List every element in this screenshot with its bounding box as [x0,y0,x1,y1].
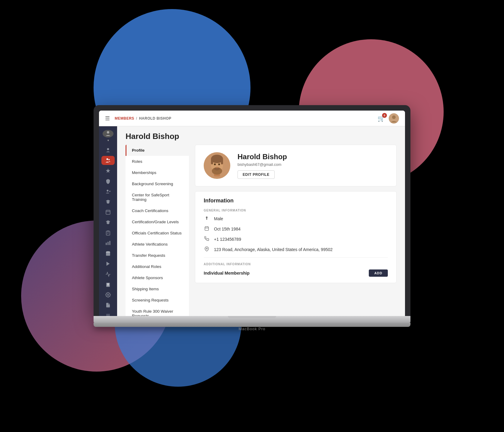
svg-rect-9 [106,210,110,214]
profile-name: Harold Bishop [238,153,388,161]
sidebar-item-hat[interactable] [101,218,115,227]
gender-icon [204,216,210,222]
app-body: ▾ [99,126,405,316]
sidebar-item-list[interactable] [101,311,115,316]
birthday-value: Oct 15th 1984 [214,227,241,231]
left-nav-item-memberships[interactable]: Memberships [126,167,189,178]
left-nav-item-sponsors[interactable]: Athlete Sponsors [126,272,189,283]
svg-point-38 [218,163,220,165]
breadcrumb-current: HAROLD BISHOP [139,116,171,121]
svg-point-23 [107,283,109,285]
svg-point-40 [206,217,207,218]
macbook-label: MacBook Pro [238,327,265,331]
left-nav-item-cert-grade[interactable]: Certification/Grade Levels [126,216,189,227]
svg-point-46 [206,248,207,249]
sidebar-user-avatar[interactable] [103,130,113,137]
svg-rect-19 [110,241,110,245]
sidebar-item-bar-chart[interactable] [101,239,115,248]
svg-rect-14 [106,231,110,235]
screen: ☰ MEMBERS / HAROLD BISHOP 🛒 0 [99,111,405,316]
left-nav-item-athlete-ver[interactable]: Athlete Verifications [126,239,189,250]
sidebar-item-members[interactable] [101,156,115,165]
svg-rect-34 [221,159,223,164]
sidebar-item-user[interactable] [101,146,115,155]
laptop-bottom [94,323,410,327]
laptop-base: MacBook Pro [94,316,410,323]
breadcrumb-separator: / [136,116,137,121]
sidebar-item-star[interactable] [101,166,115,175]
address-value: 123 Road, Anchorage, Alaska, United Stat… [214,247,333,252]
left-nav-item-roles[interactable]: Roles [126,156,189,167]
sidebar-item-graduation[interactable] [101,197,115,206]
additional-info-label: ADDITIONAL INFORMATION [204,263,388,266]
svg-point-2 [107,131,109,134]
user-avatar-top[interactable] [389,113,399,124]
general-info-label: GENERAL INFORMATION [204,209,388,212]
sidebar-item-doc[interactable] [101,301,115,310]
svg-point-1 [392,115,396,119]
left-nav-item-youth-waiver[interactable]: Youth Rule 300 Waiver Requests [126,306,189,316]
menu-icon[interactable]: ☰ [105,115,110,122]
svg-rect-18 [108,242,109,245]
cart-badge: 0 [382,113,387,118]
profile-info: Harold Bishop bishybash67@gmail.com EDIT… [238,153,388,179]
svg-rect-42 [205,227,209,231]
gender-row: Male [204,216,388,222]
content-area: Harold Bishop Profile Roles Memberships … [117,126,405,316]
membership-row: Individual Membership ADD [204,269,388,277]
svg-point-3 [107,148,109,150]
sidebar-item-cart[interactable] [101,249,115,258]
membership-label: Individual Membership [204,271,250,276]
left-nav-item-transfer[interactable]: Transfer Requests [126,250,189,261]
info-card: Information GENERAL INFORMATION [195,191,397,283]
sidebar-item-person-add[interactable] [101,187,115,196]
svg-point-5 [108,159,110,160]
svg-point-25 [107,294,109,296]
left-nav-item-background[interactable]: Background Screening [126,178,189,189]
svg-rect-17 [106,243,107,245]
page-body: Profile Roles Memberships Background Scr… [117,145,405,316]
page-header: Harold Bishop [117,126,405,145]
gender-value: Male [214,216,223,221]
cart-button[interactable]: 🛒 0 [378,115,385,122]
svg-rect-33 [211,159,213,164]
sidebar-item-chart[interactable] [101,270,115,279]
left-nav-item-coach-cert[interactable]: Coach Certifications [126,205,189,216]
sidebar-item-clipboard[interactable] [101,228,115,237]
profile-card: Harold Bishop bishybash67@gmail.com EDIT… [195,145,397,186]
left-nav-item-profile[interactable]: Profile [126,145,189,156]
main-panel: Harold Bishop bishybash67@gmail.com EDIT… [195,145,397,316]
sidebar: ▾ [99,126,117,316]
left-nav-item-shipping[interactable]: Shipping Items [126,283,189,295]
phone-value: +1 123456789 [214,237,241,242]
left-nav-item-additional-roles[interactable]: Additional Roles [126,261,189,272]
svg-point-39 [216,167,218,168]
laptop: ☰ MEMBERS / HAROLD BISHOP 🛒 0 [94,105,410,327]
svg-marker-21 [107,262,110,266]
svg-point-4 [107,158,108,160]
page-title: Harold Bishop [126,132,397,141]
sidebar-item-settings[interactable] [101,290,115,299]
sidebar-item-badge[interactable] [101,280,115,289]
info-card-title: Information [204,198,388,204]
breadcrumb-members[interactable]: MEMBERS [115,116,134,121]
edit-profile-button[interactable]: EDIT PROFILE [238,170,275,179]
left-nav-item-screening[interactable]: Screening Requests [126,295,189,306]
svg-point-37 [214,163,216,165]
left-nav-item-officials[interactable]: Officials Certification Status [126,227,189,239]
left-nav: Profile Roles Memberships Background Scr… [126,145,189,316]
breadcrumb: MEMBERS / HAROLD BISHOP [115,116,171,121]
topbar-right: 🛒 0 [378,113,399,124]
phone-icon [204,236,210,242]
sidebar-item-video[interactable] [101,259,115,268]
location-icon [204,247,210,253]
sidebar-item-calendar[interactable] [101,208,115,217]
birthday-row: Oct 15th 1984 [204,226,388,232]
left-nav-item-safesport[interactable]: Center for SafeSport Training [126,189,189,205]
add-button[interactable]: ADD [369,269,388,277]
sidebar-chevron: ▾ [107,139,109,142]
sidebar-item-shield[interactable] [101,176,115,185]
phone-row: +1 123456789 [204,236,388,242]
address-row: 123 Road, Anchorage, Alaska, United Stat… [204,247,388,253]
birthday-icon [204,226,210,232]
